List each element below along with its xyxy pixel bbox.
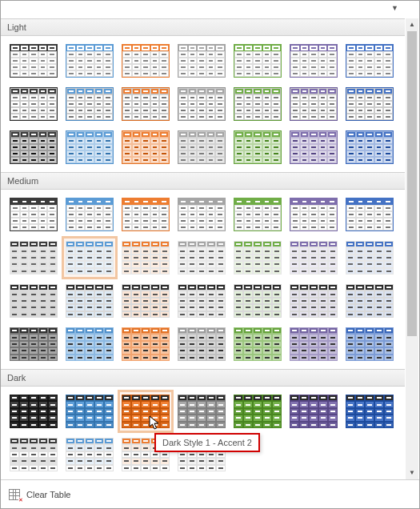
table-style-medium3-default[interactable] (6, 279, 62, 323)
table-style-light2-default[interactable] (6, 82, 62, 126)
table-style-medium2-default[interactable] (6, 236, 62, 279)
table-style-light2-accent5[interactable] (286, 82, 342, 126)
footer: Clear Table (1, 479, 419, 508)
scrollbar[interactable]: ▲ ▼ (406, 18, 418, 479)
table-style-medium4-accent5[interactable] (286, 323, 342, 366)
table-style-medium2-accent4[interactable] (230, 236, 286, 279)
styles-panel: LightMediumDark (1, 18, 405, 479)
clear-table-button[interactable]: Clear Table (26, 490, 70, 499)
table-style-medium3-accent1[interactable] (62, 279, 118, 323)
table-style-medium4-accent4[interactable] (230, 323, 286, 366)
tooltip-text: Dark Style 1 - Accent 2 (162, 438, 252, 447)
table-style-medium3-accent2[interactable] (118, 279, 174, 323)
table-style-light3-accent4[interactable] (230, 126, 286, 169)
table-style-medium1-accent2[interactable] (118, 193, 174, 236)
table-style-medium3-accent6[interactable] (342, 279, 398, 323)
table-style-medium2-accent2[interactable] (118, 236, 174, 279)
table-style-medium1-accent6[interactable] (342, 193, 398, 236)
clear-table-icon (9, 489, 20, 500)
table-style-light2-accent4[interactable] (230, 82, 286, 126)
scroll-up-icon[interactable]: ▲ (406, 18, 418, 31)
table-style-light3-accent1[interactable] (62, 126, 118, 169)
table-style-light3-accent3[interactable] (174, 126, 230, 169)
table-style-medium2-accent6[interactable] (342, 236, 398, 279)
table-style-light2-accent6[interactable] (342, 82, 398, 126)
table-style-light1-accent4[interactable] (230, 39, 286, 82)
table-style-dark1-default[interactable] (6, 390, 62, 433)
table-style-dark1-accent5[interactable] (286, 390, 342, 433)
table-style-dark1-accent6[interactable] (342, 390, 398, 433)
table-style-medium1-default[interactable] (6, 193, 62, 236)
table-style-dark1-accent2[interactable] (118, 390, 174, 433)
dropdown-arrow-icon[interactable]: ▼ (391, 4, 398, 12)
section-header-dark: Dark (1, 369, 405, 387)
table-style-medium4-default[interactable] (6, 323, 62, 366)
table-style-medium1-accent3[interactable] (174, 193, 230, 236)
section-header-medium: Medium (1, 172, 405, 190)
table-style-light1-accent3[interactable] (174, 39, 230, 82)
table-style-medium3-accent3[interactable] (174, 279, 230, 323)
table-style-dark1-accent4[interactable] (230, 390, 286, 433)
table-style-medium4-accent2[interactable] (118, 323, 174, 366)
table-style-medium4-accent3[interactable] (174, 323, 230, 366)
table-style-medium1-accent1[interactable] (62, 193, 118, 236)
style-grid-light (1, 36, 405, 172)
table-style-light1-accent1[interactable] (62, 39, 118, 82)
table-style-medium1-accent4[interactable] (230, 193, 286, 236)
table-style-medium2-accent1[interactable] (62, 236, 118, 279)
table-style-light2-accent1[interactable] (62, 82, 118, 126)
tooltip: Dark Style 1 - Accent 2 (154, 433, 260, 452)
table-style-light3-accent6[interactable] (342, 126, 398, 169)
scroll-track[interactable] (406, 31, 418, 467)
table-style-medium4-accent1[interactable] (62, 323, 118, 366)
table-style-dark2-accent1[interactable] (62, 433, 118, 476)
scroll-down-icon[interactable]: ▼ (406, 467, 418, 479)
table-style-dark2-default[interactable] (6, 433, 62, 476)
table-style-dark1-accent1[interactable] (62, 390, 118, 433)
section-header-light: Light (1, 18, 405, 36)
table-style-medium2-accent3[interactable] (174, 236, 230, 279)
table-style-dark1-accent3[interactable] (174, 390, 230, 433)
table-style-medium3-accent5[interactable] (286, 279, 342, 323)
table-style-medium4-accent6[interactable] (342, 323, 398, 366)
scroll-thumb[interactable] (407, 31, 417, 336)
table-style-medium2-accent5[interactable] (286, 236, 342, 279)
table-style-light3-default[interactable] (6, 126, 62, 169)
table-style-light3-accent5[interactable] (286, 126, 342, 169)
table-style-light1-accent2[interactable] (118, 39, 174, 82)
table-style-light3-accent2[interactable] (118, 126, 174, 169)
table-style-light2-accent3[interactable] (174, 82, 230, 126)
table-style-medium1-accent5[interactable] (286, 193, 342, 236)
table-style-medium3-accent4[interactable] (230, 279, 286, 323)
table-style-light2-accent2[interactable] (118, 82, 174, 126)
table-style-light1-accent6[interactable] (342, 39, 398, 82)
table-style-light1-default[interactable] (6, 39, 62, 82)
table-style-light1-accent5[interactable] (286, 39, 342, 82)
style-grid-medium (1, 190, 405, 369)
